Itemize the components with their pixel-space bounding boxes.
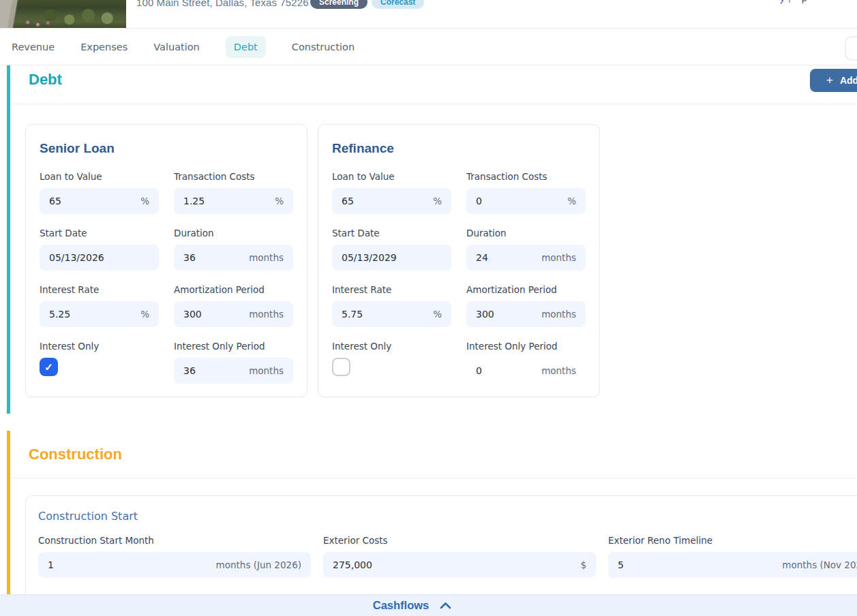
field-refi-amortization-period: Amortization Period 300 months (466, 284, 586, 327)
senior-start-date-input[interactable]: 05/13/2026 (40, 245, 159, 271)
status-badge-corecast: Corecast (372, 0, 424, 9)
tab-revenue[interactable]: Revenue (12, 42, 55, 52)
plus-icon: + (826, 74, 833, 87)
status-badge-screening: Screening (310, 0, 367, 9)
field-refi-duration: Duration 24 months (466, 228, 586, 271)
refi-interest-only-period-input[interactable]: 0 months (466, 358, 586, 384)
tab-expenses[interactable]: Expenses (80, 42, 127, 52)
field-refi-interest-only: Interest Only (332, 341, 451, 384)
senior-amortization-period-input[interactable]: 300 months (174, 301, 293, 327)
section-tab-bar: Revenue Expenses Valuation Debt Construc… (0, 29, 857, 65)
debt-divider (10, 104, 857, 104)
field-senior-amortization-period: Amortization Period 300 months (174, 284, 293, 327)
field-senior-transaction-costs: Transaction Costs 1.25 % (174, 171, 293, 214)
tab-construction[interactable]: Construction (292, 42, 355, 52)
field-senior-interest-only-period: Interest Only Period 36 months (174, 341, 293, 384)
tabbar-partial-button[interactable] (845, 36, 857, 61)
field-refi-transaction-costs: Transaction Costs 0 % (466, 171, 586, 214)
exterior-costs-input[interactable]: 275,000 $ (323, 552, 596, 578)
field-refi-start-date: Start Date 05/13/2029 (332, 228, 451, 271)
debt-section-accent-bar (7, 65, 10, 414)
add-loan-button[interactable]: + Add (810, 69, 857, 92)
construction-section-title: Construction (29, 446, 122, 463)
refi-interest-only-checkbox[interactable] (332, 358, 350, 376)
field-senior-start-date: Start Date 05/13/2026 (40, 228, 159, 271)
field-refi-loan-to-value: Loan to Value 65 % (332, 171, 451, 214)
refi-start-date-input[interactable]: 05/13/2029 (332, 245, 451, 271)
cashflows-toggle-bar[interactable]: Cashflows (0, 594, 857, 616)
property-photo (0, 0, 126, 28)
senior-loan-card-title: Senior Loan (40, 141, 293, 156)
chevron-up-icon (440, 602, 451, 609)
refi-amortization-period-input[interactable]: 300 months (466, 301, 586, 327)
refi-duration-input[interactable]: 24 months (466, 245, 586, 271)
senior-interest-only-checkbox[interactable]: ✓ (40, 358, 58, 376)
refi-loan-to-value-input[interactable]: 65 % (332, 188, 451, 214)
refinance-card-title: Refinance (332, 141, 586, 156)
add-loan-button-label: Add (840, 75, 857, 86)
field-construction-start-month: Construction Start Month 1 months (Jun 2… (38, 535, 311, 578)
senior-loan-card: Senior Loan Loan to Value 65 % Transacti… (25, 124, 307, 397)
field-senior-duration: Duration 36 months (174, 228, 293, 271)
debt-section-title: Debt (29, 71, 62, 89)
exterior-reno-timeline-input[interactable]: 5 months (Nov 2026) (608, 552, 857, 578)
cashflows-label: Cashflows (373, 599, 430, 612)
senior-transaction-costs-input[interactable]: 1.25 % (174, 188, 293, 214)
field-senior-interest-only: Interest Only ✓ (40, 341, 159, 384)
construction-start-card-title: Construction Start (38, 510, 857, 523)
senior-loan-to-value-input[interactable]: 65 % (40, 188, 159, 214)
tab-valuation[interactable]: Valuation (153, 42, 200, 52)
senior-duration-input[interactable]: 36 months (174, 245, 293, 271)
field-senior-loan-to-value: Loan to Value 65 % (40, 171, 159, 214)
checkmark-icon: ✓ (44, 361, 53, 373)
field-exterior-costs: Exterior Costs 275,000 $ (323, 535, 596, 578)
refinance-card: Refinance Loan to Value 65 % Transaction… (318, 124, 600, 397)
construction-start-month-input[interactable]: 1 months (Jun 2026) (38, 552, 311, 578)
field-exterior-reno-timeline: Exterior Reno Timeline 5 months (Nov 202… (608, 535, 857, 578)
field-refi-interest-rate: Interest Rate 5.75 % (332, 284, 451, 327)
senior-interest-rate-input[interactable]: 5.25 % (40, 301, 159, 327)
field-refi-interest-only-period: Interest Only Period 0 months (466, 341, 586, 384)
refi-interest-rate-input[interactable]: 5.75 % (332, 301, 451, 327)
refi-transaction-costs-input[interactable]: 0 % (466, 188, 586, 214)
cropped-header-text: y, p (780, 0, 811, 3)
construction-start-card: Construction Start Construction Start Mo… (25, 495, 857, 599)
senior-interest-only-period-input[interactable]: 36 months (174, 358, 293, 384)
construction-divider (10, 478, 857, 478)
construction-section-accent-bar (7, 431, 10, 616)
tab-debt[interactable]: Debt (226, 36, 266, 58)
app-header: 100 Main Street, Dallas, Texas 75226 Scr… (0, 0, 857, 29)
field-senior-interest-rate: Interest Rate 5.25 % (40, 284, 159, 327)
property-address: 100 Main Street, Dallas, Texas 75226 (136, 0, 309, 9)
